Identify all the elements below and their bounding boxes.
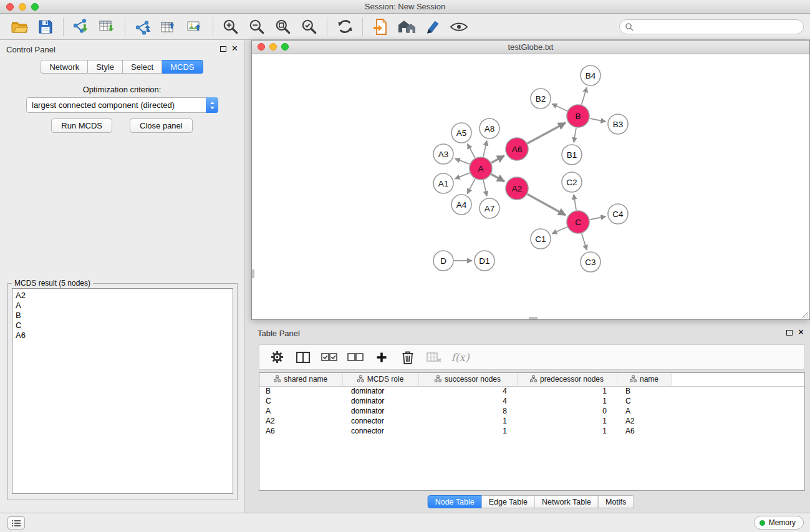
tab-edge-table[interactable]: Edge Table — [482, 495, 535, 508]
node-A2[interactable]: A2 — [506, 177, 528, 200]
save-session-button[interactable] — [32, 16, 59, 38]
annotation-button[interactable] — [420, 16, 446, 38]
edge-A-A7[interactable] — [483, 180, 487, 196]
export-image-button[interactable] — [182, 16, 208, 38]
memory-button[interactable]: Memory — [754, 516, 804, 530]
edge-C-C1[interactable] — [552, 227, 567, 234]
edge-A-A3[interactable] — [455, 158, 470, 164]
close-panel-button[interactable]: Close panel — [130, 118, 193, 133]
node-C1[interactable]: C1 — [531, 229, 551, 249]
tab-node-table[interactable]: Node Table — [428, 495, 482, 508]
delete-column-button[interactable] — [397, 347, 419, 368]
node-A5[interactable]: A5 — [451, 123, 471, 143]
open-session-button[interactable] — [6, 16, 32, 38]
edge-A-A6[interactable] — [491, 156, 504, 163]
node-A[interactable]: A — [470, 157, 492, 180]
export-network-button[interactable] — [130, 16, 156, 38]
column-header-shared-name[interactable]: shared name — [259, 373, 342, 386]
home-button[interactable] — [393, 16, 420, 38]
select-all-rows-button[interactable] — [318, 347, 340, 368]
column-header-MCDS-role[interactable]: MCDS role — [342, 373, 418, 386]
tab-select[interactable]: Select — [123, 60, 162, 74]
node-A3[interactable]: A3 — [433, 144, 453, 164]
search-field[interactable] — [619, 19, 804, 34]
tab-style[interactable]: Style — [88, 60, 123, 74]
edge-A-A5[interactable] — [468, 144, 475, 158]
node-B[interactable]: B — [567, 105, 589, 127]
import-network-button[interactable] — [68, 16, 94, 38]
show-columns-button[interactable] — [292, 347, 314, 368]
node-C3[interactable]: C3 — [581, 252, 600, 272]
export-table-button[interactable] — [156, 16, 182, 38]
table-row[interactable]: Cdominator41C — [259, 396, 804, 406]
network-canvas[interactable]: B4B2BB3A5A8A6B1A3AC2A1A2A4A7CC4C1C3DD1 — [252, 54, 809, 319]
edge-A-A1[interactable] — [455, 173, 470, 179]
node-A4[interactable]: A4 — [451, 195, 471, 215]
mcds-result-item[interactable]: A — [16, 301, 233, 311]
table-row[interactable]: A6connector11A6 — [259, 426, 804, 436]
node-B1[interactable]: B1 — [562, 145, 582, 165]
column-header-predecessor-nodes[interactable]: predecessor nodes — [517, 373, 617, 386]
close-window-button[interactable] — [6, 3, 14, 11]
close-table-panel-icon[interactable]: ✕ — [798, 327, 804, 337]
node-B2[interactable]: B2 — [531, 89, 551, 109]
minimize-window-button[interactable] — [19, 3, 26, 11]
network-close-button[interactable] — [258, 43, 265, 51]
column-header-name[interactable]: name — [617, 373, 672, 386]
edge-C-C4[interactable] — [590, 216, 606, 220]
network-minimize-button[interactable] — [269, 43, 277, 51]
edge-A6-B[interactable] — [528, 123, 566, 143]
node-A8[interactable]: A8 — [480, 118, 499, 138]
edge-A-A2[interactable] — [491, 174, 504, 181]
node-B4[interactable]: B4 — [581, 65, 600, 85]
node-D[interactable]: D — [433, 251, 453, 271]
open-report-button[interactable] — [367, 16, 393, 38]
function-builder-button[interactable]: f(x) — [449, 347, 471, 368]
node-A7[interactable]: A7 — [480, 198, 499, 218]
edge-B-B4[interactable] — [582, 87, 587, 105]
node-table-container[interactable]: shared nameMCDS rolesuccessor nodesprede… — [259, 372, 805, 491]
mcds-result-item[interactable]: C — [16, 321, 233, 331]
tab-mcds[interactable]: MCDS — [162, 60, 203, 74]
edge-A-A8[interactable] — [483, 141, 487, 157]
mcds-result-item[interactable]: B — [16, 311, 233, 321]
add-column-button[interactable] — [370, 347, 393, 368]
run-mcds-button[interactable]: Run MCDS — [51, 118, 112, 133]
node-B3[interactable]: B3 — [608, 114, 628, 134]
tab-motifs[interactable]: Motifs — [599, 495, 634, 508]
float-panel-icon[interactable] — [220, 46, 226, 52]
mcds-result-item[interactable]: A2 — [16, 291, 233, 301]
table-row[interactable]: Bdominator41B — [259, 386, 804, 396]
horizontal-scroll-indicator[interactable] — [529, 317, 538, 319]
import-table-button[interactable] — [94, 16, 120, 38]
resize-grip-icon[interactable] — [801, 311, 809, 319]
node-A1[interactable]: A1 — [433, 173, 453, 193]
edge-A-A4[interactable] — [467, 179, 475, 194]
show-hide-graphics-button[interactable] — [446, 16, 472, 38]
edge-B-B2[interactable] — [552, 104, 567, 112]
table-settings-button[interactable] — [266, 347, 288, 368]
vertical-scroll-indicator[interactable] — [252, 269, 254, 278]
refresh-button[interactable] — [332, 16, 358, 38]
node-C2[interactable]: C2 — [562, 172, 582, 192]
deselect-all-rows-button[interactable] — [344, 347, 367, 368]
node-C4[interactable]: C4 — [608, 204, 628, 224]
zoom-selected-button[interactable] — [296, 16, 322, 38]
search-input[interactable] — [634, 22, 798, 31]
zoom-window-button[interactable] — [31, 3, 39, 11]
mcds-result-list[interactable]: A2ABCA6 — [12, 288, 233, 494]
node-D1[interactable]: D1 — [475, 251, 494, 271]
tab-network-table[interactable]: Network Table — [535, 495, 599, 508]
zoom-fit-button[interactable] — [270, 16, 296, 38]
zoom-out-button[interactable] — [244, 16, 270, 38]
close-panel-icon[interactable]: ✕ — [231, 44, 238, 53]
criterion-dropdown[interactable]: largest connected component (directed) — [26, 97, 218, 113]
edge-C-C2[interactable] — [574, 195, 576, 210]
network-zoom-button[interactable] — [281, 43, 289, 51]
node-A6[interactable]: A6 — [506, 138, 528, 160]
network-window-titlebar[interactable]: testGlobe.txt — [252, 41, 809, 54]
show-panels-button[interactable] — [7, 516, 25, 530]
edge-C-C3[interactable] — [582, 233, 587, 250]
table-row[interactable]: A2connector11A2 — [259, 416, 804, 426]
column-header-successor-nodes[interactable]: successor nodes — [418, 373, 517, 386]
